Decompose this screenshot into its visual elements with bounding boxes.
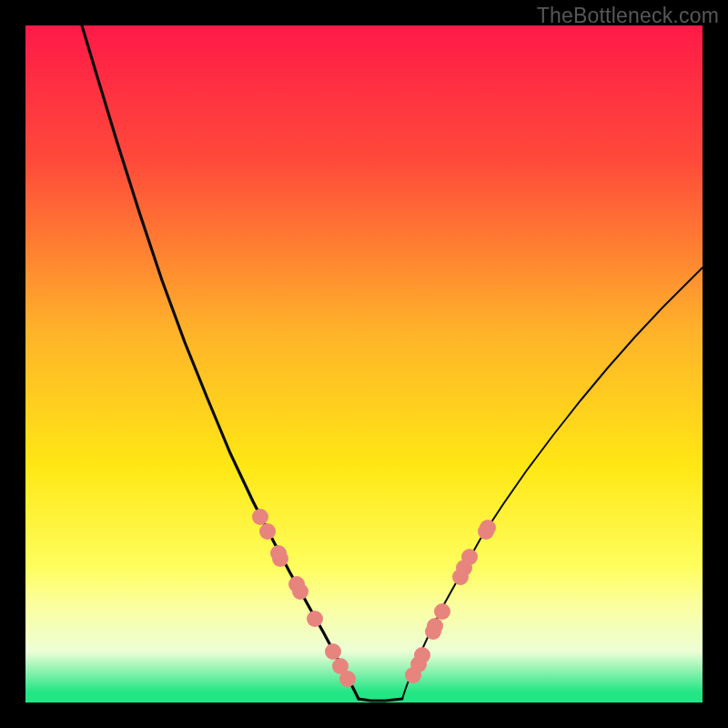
- marker-left-5: [292, 583, 308, 600]
- chart-frame: [25, 25, 703, 703]
- chart-background: [25, 25, 703, 703]
- chart-svg: [25, 25, 703, 703]
- marker-left-7: [325, 643, 341, 660]
- watermark-text: TheBottleneck.com: [537, 4, 719, 28]
- marker-right-5: [434, 603, 450, 620]
- marker-left-9: [339, 671, 356, 687]
- marker-right-10: [480, 520, 496, 536]
- marker-left-1: [259, 523, 276, 540]
- marker-left-6: [307, 611, 323, 627]
- marker-right-2: [414, 647, 430, 663]
- marker-right-8: [461, 549, 478, 565]
- marker-left-0: [252, 509, 268, 525]
- marker-left-3: [272, 551, 288, 567]
- marker-right-4: [427, 618, 443, 634]
